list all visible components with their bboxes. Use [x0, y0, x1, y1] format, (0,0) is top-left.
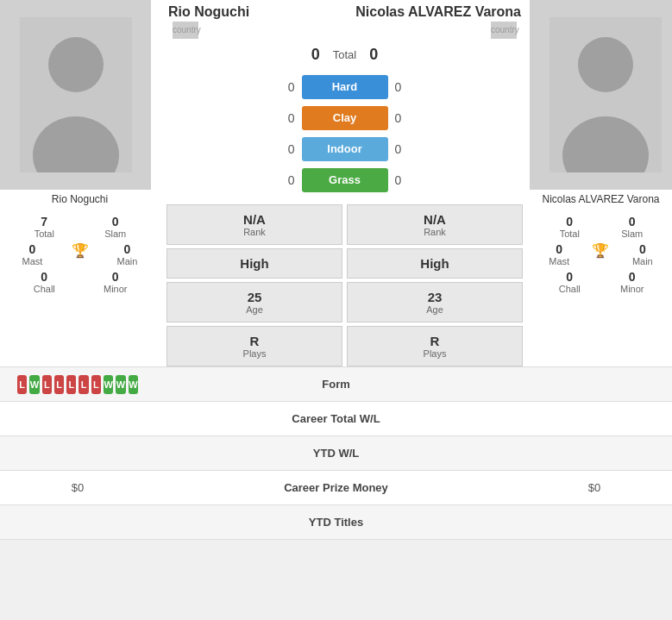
right-slam-label: Slam: [612, 229, 651, 239]
left-minor-label: Minor: [96, 284, 135, 294]
hard-row: 0 Hard 0: [160, 75, 530, 99]
form-badge-w: W: [104, 375, 113, 394]
left-player-name-top: Rio Noguchi: [168, 4, 249, 20]
left-plays-value: R: [171, 334, 338, 348]
prize-money-right: $0: [517, 481, 672, 494]
indoor-row: 0 Indoor 0: [160, 137, 530, 161]
form-badge-l: L: [91, 375, 101, 394]
right-age-value: 23: [351, 290, 518, 304]
form-badge-w: W: [116, 375, 125, 394]
right-high-card: High: [347, 248, 523, 279]
right-total-label: Total: [550, 229, 589, 239]
right-rank-card: N/A Rank: [347, 204, 523, 245]
left-stat-row-3: 0 Chall 0 Minor: [9, 270, 151, 294]
form-badge-w: W: [29, 375, 39, 394]
right-age-label: Age: [351, 304, 518, 315]
prize-money-left: $0: [0, 481, 155, 494]
left-minor-value: 0: [96, 270, 135, 284]
right-chall-cell: 0 Chall: [550, 270, 589, 294]
form-badge-l: L: [79, 375, 88, 394]
left-chall-value: 0: [25, 270, 64, 284]
form-label: Form: [155, 378, 517, 391]
indoor-button[interactable]: Indoor: [302, 137, 388, 161]
ytd-wl-row: YTD W/L: [0, 436, 672, 471]
clay-button[interactable]: Clay: [302, 106, 388, 130]
ytd-wl-label: YTD W/L: [155, 447, 517, 460]
left-mast-cell: 0 Mast: [13, 242, 52, 266]
left-high-value: High: [171, 256, 338, 271]
right-main-value: 0: [623, 242, 662, 256]
right-plays-card: R Plays: [347, 326, 523, 366]
left-country-flag: country: [173, 22, 198, 39]
left-age-value: 25: [171, 290, 338, 304]
right-mast-value: 0: [540, 242, 579, 256]
left-trophy-icon: 🏆: [60, 242, 99, 266]
left-high-card: High: [166, 248, 342, 279]
left-main-cell: 0 Main: [108, 242, 147, 266]
form-badge-l: L: [66, 375, 76, 394]
right-player-wrapper: Nicolas ALVAREZ Varona 0 Total 0 Slam 0: [530, 0, 672, 366]
right-chall-value: 0: [550, 270, 589, 284]
left-mast-value: 0: [13, 242, 52, 256]
left-minor-cell: 0 Minor: [96, 270, 135, 294]
left-total-label: Total: [25, 229, 64, 239]
indoor-right-score: 0: [395, 142, 421, 156]
grass-right-score: 0: [395, 173, 421, 187]
left-age-label: Age: [171, 304, 338, 315]
left-player-name-below: Rio Noguchi: [0, 190, 160, 207]
right-plays-value: R: [351, 334, 518, 348]
form-badges-container: LWLLLLLWWW: [9, 375, 147, 394]
right-player-photo: [530, 0, 672, 190]
right-minor-label: Minor: [612, 284, 651, 294]
clay-right-score: 0: [395, 111, 421, 125]
form-badge-w: W: [129, 375, 138, 394]
left-total-cell: 7 Total: [25, 215, 64, 239]
comparison-area: Rio Noguchi 7 Total 0 Slam 0 Mas: [0, 0, 672, 366]
left-slam-cell: 0 Slam: [96, 215, 135, 239]
left-age-card: 25 Age: [166, 282, 342, 323]
right-stat-row-1: 0 Total 0 Slam: [538, 215, 663, 239]
left-player-stats: 7 Total 0 Slam 0 Mast 🏆 0: [0, 207, 160, 302]
court-scores: 0 Hard 0 0 Clay 0 0 Indoor 0 0 Grass: [160, 67, 530, 200]
left-slam-value: 0: [96, 215, 135, 229]
grass-left-score: 0: [269, 173, 295, 187]
right-total-value: 0: [550, 215, 589, 229]
left-mast-label: Mast: [13, 256, 52, 266]
left-main-value: 0: [108, 242, 147, 256]
indoor-left-score: 0: [269, 142, 295, 156]
right-main-label: Main: [623, 256, 662, 266]
form-badge-l: L: [54, 375, 64, 394]
total-row: 0 Total 0: [160, 46, 530, 64]
hard-left-score: 0: [269, 80, 295, 94]
right-total-cell: 0 Total: [550, 215, 589, 239]
career-total-row: Career Total W/L: [0, 402, 672, 436]
right-plays-label: Plays: [351, 348, 518, 359]
grass-button[interactable]: Grass: [302, 168, 388, 192]
hard-right-score: 0: [395, 80, 421, 94]
left-slam-label: Slam: [96, 229, 135, 239]
left-plays-card: R Plays: [166, 326, 342, 366]
right-main-cell: 0 Main: [623, 242, 662, 266]
right-trophy-icon: 🏆: [581, 242, 620, 266]
form-badge-l: L: [42, 375, 52, 394]
main-container: Rio Noguchi 7 Total 0 Slam 0 Mas: [0, 0, 672, 540]
left-rank-label: Rank: [171, 227, 338, 237]
right-country-flag: country: [491, 22, 517, 39]
grass-row: 0 Grass 0: [160, 168, 530, 192]
ytd-titles-row: YTD Titles: [0, 505, 672, 540]
prize-money-row: $0 Career Prize Money $0: [0, 471, 672, 505]
left-rank-value: N/A: [171, 212, 338, 227]
right-mast-cell: 0 Mast: [540, 242, 579, 266]
right-mast-label: Mast: [540, 256, 579, 266]
left-rank-card: N/A Rank: [166, 204, 342, 245]
hard-button[interactable]: Hard: [302, 75, 388, 99]
right-slam-cell: 0 Slam: [612, 215, 651, 239]
clay-row: 0 Clay 0: [160, 106, 530, 130]
total-label: Total: [333, 48, 356, 61]
right-rank-label: Rank: [351, 227, 518, 237]
left-plays-label: Plays: [171, 348, 338, 359]
right-stat-row-3: 0 Chall 0 Minor: [538, 270, 663, 294]
left-stat-row-2: 0 Mast 🏆 0 Main: [9, 242, 151, 266]
right-player-name-below: Nicolas ALVAREZ Varona: [530, 190, 672, 207]
center-column: Rio Noguchi Nicolas ALVAREZ Varona count…: [160, 0, 530, 366]
